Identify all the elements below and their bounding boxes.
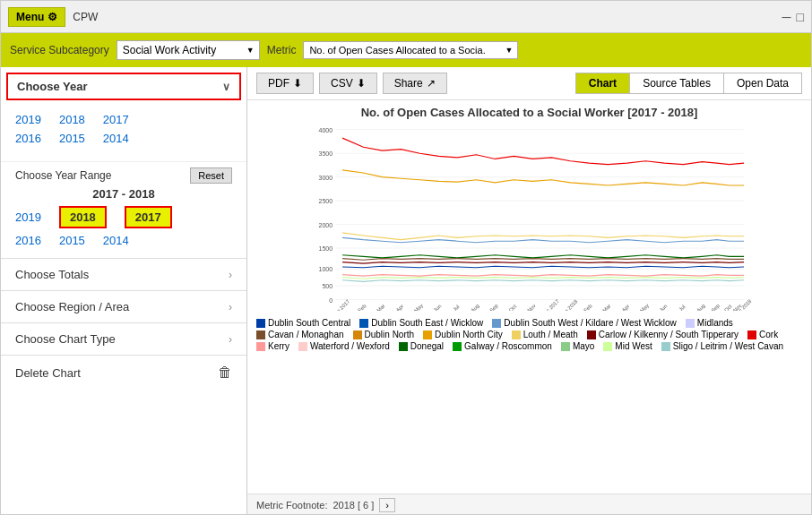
range-year-2019[interactable]: 2019 bbox=[15, 210, 41, 224]
legend-color-dot bbox=[747, 330, 756, 339]
legend-label: Dublin North bbox=[365, 330, 415, 339]
legend-label: Cork bbox=[759, 330, 778, 339]
legend-label: Dublin South East / Wicklow bbox=[371, 318, 483, 328]
share-button[interactable]: Share ↗ bbox=[383, 73, 447, 94]
accordion-chart-type[interactable]: Choose Chart Type › bbox=[1, 322, 246, 355]
svg-text:Aug: Aug bbox=[470, 303, 480, 311]
legend-label: Sligo / Leitrim / West Cavan bbox=[673, 341, 783, 351]
legend-item: Kerry bbox=[256, 341, 289, 351]
choose-year-label: Choose Year bbox=[17, 80, 88, 93]
legend-item: Carlow / Kilkenny / South Tipperary bbox=[587, 330, 739, 339]
legend-color-dot bbox=[453, 342, 462, 351]
range-value: 2017 - 2018 bbox=[15, 187, 232, 201]
svg-text:Jan 2018: Jan 2018 bbox=[559, 298, 578, 311]
year-btn-2018[interactable]: 2018 bbox=[59, 113, 85, 126]
chevron-right-icon-region: › bbox=[229, 301, 232, 313]
svg-text:Oct: Oct bbox=[508, 303, 518, 311]
chart-title: No. of Open Cases Allocated to a Social … bbox=[256, 106, 802, 119]
svg-text:0: 0 bbox=[329, 297, 333, 304]
tab-source-tables[interactable]: Source Tables bbox=[630, 73, 724, 93]
menu-button[interactable]: Menu ⚙ bbox=[8, 7, 65, 27]
legend-item: Dublin North bbox=[353, 330, 415, 339]
year-btn-2016[interactable]: 2016 bbox=[15, 132, 41, 145]
year-btn-2017[interactable]: 2017 bbox=[103, 113, 129, 126]
svg-text:Dec 2017: Dec 2017 bbox=[540, 298, 560, 311]
legend-label: Dublin South Central bbox=[268, 318, 350, 328]
range-year-2018-selected[interactable]: 2018 bbox=[59, 206, 107, 228]
choose-year-dropdown[interactable]: Choose Year ∨ bbox=[6, 73, 241, 100]
accordion-totals[interactable]: Choose Totals › bbox=[1, 258, 246, 290]
tab-open-data[interactable]: Open Data bbox=[724, 73, 801, 93]
svg-text:May: May bbox=[413, 303, 424, 311]
legend-color-dot bbox=[256, 319, 265, 328]
svg-text:3000: 3000 bbox=[319, 175, 333, 181]
legend-label: Mid West bbox=[615, 341, 652, 351]
footnote-label: Metric Footnote: bbox=[256, 500, 327, 511]
legend-label: Cavan / Monaghan bbox=[268, 330, 344, 339]
svg-text:Aug: Aug bbox=[695, 303, 706, 311]
legend-label: Midlands bbox=[697, 318, 733, 328]
range-header: Choose Year Range Reset bbox=[15, 167, 232, 184]
top-bar: Menu ⚙ CPW ─ □ bbox=[1, 1, 811, 33]
legend-label: Mayo bbox=[573, 341, 594, 351]
legend-item: Dublin North City bbox=[423, 330, 503, 339]
accordion-region[interactable]: Choose Region / Area › bbox=[1, 290, 246, 322]
metric-select[interactable]: No. of Open Cases Allocated to a Socia. bbox=[303, 41, 518, 59]
delete-chart-label: Delete Chart bbox=[15, 366, 81, 380]
metric-select-wrap: No. of Open Cases Allocated to a Socia. bbox=[303, 41, 518, 59]
svg-text:Jul: Jul bbox=[452, 304, 461, 311]
pdf-button[interactable]: PDF ⬇ bbox=[256, 73, 314, 94]
chart-legend: Dublin South CentralDublin South East / … bbox=[256, 316, 802, 353]
app-title: CPW bbox=[73, 11, 98, 23]
svg-text:Feb: Feb bbox=[357, 303, 367, 311]
legend-item: Waterford / Wexford bbox=[298, 341, 390, 351]
legend-label: Galway / Roscommon bbox=[464, 341, 552, 351]
svg-text:Nov: Nov bbox=[526, 303, 537, 311]
svg-text:4000: 4000 bbox=[319, 127, 333, 133]
svg-text:May: May bbox=[639, 303, 650, 311]
legend-item: Dublin South West / Kildare / West Wickl… bbox=[492, 318, 676, 328]
legend-label: Carlow / Kilkenny / South Tipperary bbox=[599, 330, 739, 339]
year-range-section: Choose Year Range Reset 2017 - 2018 2019… bbox=[1, 161, 246, 258]
year-grid-top: 2019 2018 2017 2016 2015 2014 bbox=[1, 106, 246, 158]
legend-item: Sligo / Leitrim / West Cavan bbox=[661, 341, 783, 351]
legend-label: Donegal bbox=[410, 341, 444, 351]
range-year-2017-selected[interactable]: 2017 bbox=[125, 206, 172, 228]
footnote-arrow-button[interactable]: › bbox=[379, 498, 395, 512]
tab-chart[interactable]: Chart bbox=[576, 73, 630, 93]
range-year-2016[interactable]: 2016 bbox=[15, 234, 41, 247]
chevron-right-icon-charttype: › bbox=[229, 333, 232, 346]
chart-area: No. of Open Cases Allocated to a Social … bbox=[247, 100, 811, 494]
range-year-2015[interactable]: 2015 bbox=[59, 234, 85, 247]
subcategory-select[interactable]: Social Work Activity bbox=[117, 40, 260, 60]
year-btn-2019[interactable]: 2019 bbox=[15, 113, 41, 126]
legend-item: Galway / Roscommon bbox=[453, 341, 552, 351]
svg-text:Jul: Jul bbox=[678, 304, 687, 311]
menu-label: Menu bbox=[16, 11, 44, 23]
reset-button[interactable]: Reset bbox=[190, 167, 232, 184]
csv-button[interactable]: CSV ⬇ bbox=[319, 73, 377, 94]
trash-icon: 🗑 bbox=[218, 365, 232, 381]
legend-item: Dublin South East / Wicklow bbox=[359, 318, 483, 328]
subcategory-select-wrap: Social Work Activity bbox=[117, 40, 260, 60]
legend-item: Donegal bbox=[399, 341, 444, 351]
toolbar: PDF ⬇ CSV ⬇ Share ↗ Chart Source Tables … bbox=[247, 67, 811, 100]
range-row-2: 2016 2015 2014 bbox=[15, 234, 232, 247]
footnote-value: 2018 [ 6 ] bbox=[333, 500, 374, 511]
accordion-chart-type-label: Choose Chart Type bbox=[15, 332, 116, 346]
service-bar: Service Subcategory Social Work Activity… bbox=[1, 33, 811, 67]
legend-color-dot bbox=[423, 330, 432, 339]
share-icon: ↗ bbox=[427, 77, 436, 90]
chart-svg: 4000 3500 3000 2500 2000 1500 1000 500 0 bbox=[256, 123, 802, 311]
year-btn-2014[interactable]: 2014 bbox=[103, 132, 129, 145]
delete-chart-row[interactable]: Delete Chart 🗑 bbox=[1, 355, 246, 390]
view-tabs: Chart Source Tables Open Data bbox=[575, 73, 802, 94]
range-year-2014[interactable]: 2014 bbox=[103, 234, 129, 247]
legend-color-dot bbox=[256, 342, 265, 351]
year-btn-2015[interactable]: 2015 bbox=[59, 132, 85, 145]
legend-label: Dublin North City bbox=[435, 330, 503, 339]
legend-color-dot bbox=[399, 342, 408, 351]
maximize-icon[interactable]: □ bbox=[797, 10, 804, 24]
minimize-icon[interactable]: ─ bbox=[782, 10, 791, 24]
svg-text:Sep: Sep bbox=[488, 303, 499, 311]
